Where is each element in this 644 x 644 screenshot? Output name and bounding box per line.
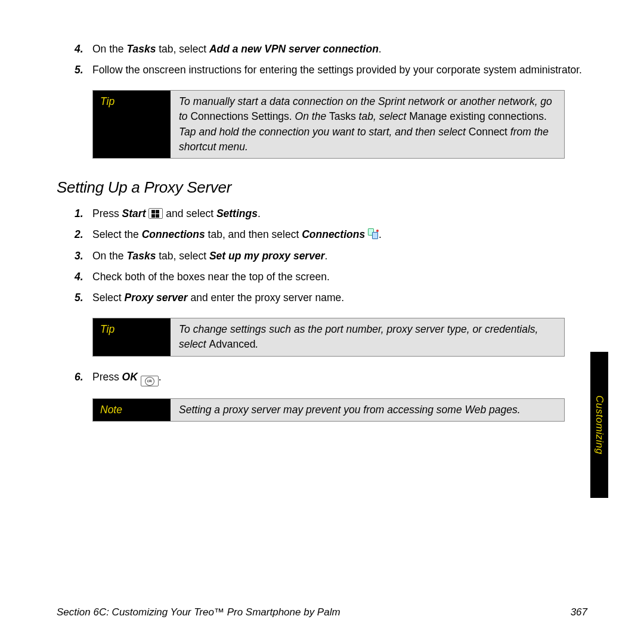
vpn-steps-continued: 4. On the Tasks tab, select Add a new VP… <box>57 42 587 78</box>
proxy-step-1: 1. Press Start and select Settings. <box>75 206 587 221</box>
callout-label: Note <box>93 399 171 421</box>
step-number: 1. <box>75 206 83 221</box>
step-text: Check both of the boxes near the top of … <box>92 271 330 283</box>
step-text: Press OK . <box>92 371 162 383</box>
side-tab: Customizing <box>590 352 608 498</box>
proxy-steps-cont: 6. Press OK . <box>57 370 587 386</box>
page-number: 367 <box>571 605 587 620</box>
step-number: 4. <box>75 42 83 57</box>
step-number: 5. <box>75 290 83 305</box>
step-text: On the Tasks tab, select Set up my proxy… <box>92 250 327 262</box>
proxy-step-6: 6. Press OK . <box>75 370 587 386</box>
footer-section: Section 6C: Customizing Your Treo™ Pro S… <box>57 605 340 620</box>
proxy-step-2: 2. Select the Connections tab, and then … <box>75 227 587 242</box>
ok-icon <box>141 376 159 386</box>
step-number: 6. <box>75 370 83 385</box>
step-text: Press Start and select Settings. <box>92 208 261 219</box>
connections-icon <box>368 228 379 239</box>
callout-body: To change settings such as the port numb… <box>171 318 564 356</box>
callout-label: Tip <box>93 91 171 159</box>
start-icon <box>148 208 163 219</box>
section-heading: Setting Up a Proxy Server <box>57 177 587 199</box>
step-text: Select the Connections tab, and then sel… <box>92 228 382 240</box>
step-5: 5. Follow the onscreen instructions for … <box>75 63 587 78</box>
step-4: 4. On the Tasks tab, select Add a new VP… <box>75 42 587 57</box>
callout-label: Tip <box>93 318 171 356</box>
step-number: 4. <box>75 270 83 284</box>
page-footer: Section 6C: Customizing Your Treo™ Pro S… <box>57 605 587 620</box>
callout-body: To manually start a data connection on t… <box>171 91 564 159</box>
step-number: 5. <box>75 63 83 78</box>
step-text: Select Proxy server and enter the proxy … <box>92 292 344 304</box>
step-number: 3. <box>75 249 83 264</box>
tip-callout-2: Tip To change settings such as the port … <box>92 318 565 357</box>
step-text: Follow the onscreen instructions for ent… <box>92 64 582 76</box>
proxy-step-5: 5. Select Proxy server and enter the pro… <box>75 290 587 305</box>
proxy-step-3: 3. On the Tasks tab, select Set up my pr… <box>75 249 587 264</box>
proxy-step-4: 4. Check both of the boxes near the top … <box>75 270 587 284</box>
step-number: 2. <box>75 227 83 242</box>
tip-callout-1: Tip To manually start a data connection … <box>92 90 565 159</box>
page: 4. On the Tasks tab, select Add a new VP… <box>0 0 644 644</box>
step-text: On the Tasks tab, select Add a new VPN s… <box>92 43 382 55</box>
callout-body: Setting a proxy server may prevent you f… <box>171 399 564 421</box>
note-callout: Note Setting a proxy server may prevent … <box>92 398 565 422</box>
proxy-steps: 1. Press Start and select Settings. 2. S… <box>57 206 587 306</box>
